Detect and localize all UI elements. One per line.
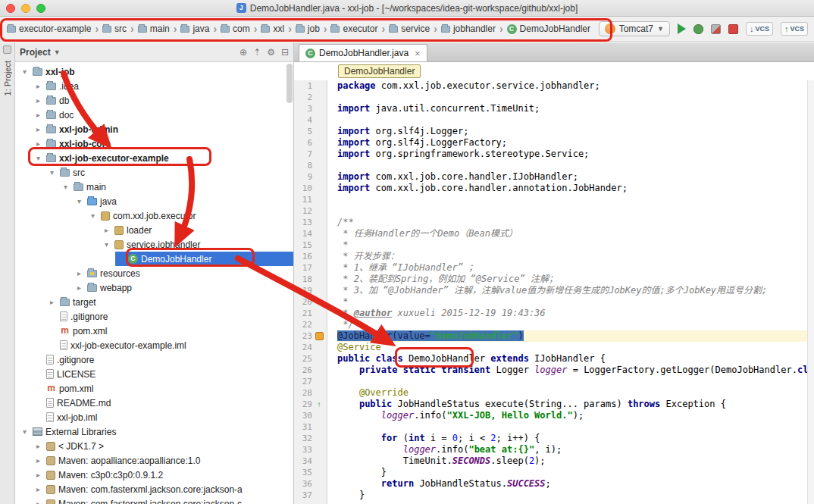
collapse-arrow-icon[interactable]: ▾: [88, 211, 98, 220]
expand-arrow-icon[interactable]: ▸: [47, 298, 57, 306]
collapse-all-icon[interactable]: ⇡: [253, 47, 261, 58]
tree-item-pom.xml[interactable]: mpom.xml: [15, 324, 293, 338]
tree-item-xxl-job-admin[interactable]: ▸xxl-job-admin: [15, 122, 293, 136]
expand-arrow-icon[interactable]: ▸: [33, 456, 43, 465]
expand-arrow-icon[interactable]: ▸: [33, 111, 43, 119]
code-line-11[interactable]: [337, 194, 814, 205]
vcs-commit-button[interactable]: ↑ VCS: [781, 22, 808, 36]
breadcrumb-item-main[interactable]: main: [136, 22, 172, 36]
breadcrumb-item-service[interactable]: service: [387, 22, 432, 36]
tool-window-icon[interactable]: [3, 45, 11, 54]
locate-file-icon[interactable]: ⊕: [240, 47, 247, 58]
collapse-arrow-icon[interactable]: ▾: [47, 168, 57, 177]
editor-tab-demojobhandler[interactable]: C DemoJobHandler.java ×: [299, 44, 427, 61]
breadcrumb-item-job[interactable]: job: [293, 22, 322, 36]
tree-item-pom.xml[interactable]: mpom.xml: [15, 381, 293, 396]
breadcrumb-item-xxl[interactable]: xxl: [258, 22, 286, 36]
code-line-1[interactable]: package com.xxl.job.executor.service.job…: [337, 80, 814, 92]
tree-item-demojobhandler[interactable]: CDemoJobHandler: [15, 252, 293, 266]
code-line-35[interactable]: }: [337, 467, 814, 478]
tree-item-xxl-job-executor-example[interactable]: ▾xxl-job-executor-example: [15, 151, 293, 165]
tree-item-external-libraries[interactable]: ▾External Libraries: [15, 424, 293, 439]
code-line-18[interactable]: * 2、装配到Spring，例如加 “@Service” 注解；: [337, 274, 814, 285]
tree-item-maven-c3p0-c3p0-0.9.1.2[interactable]: ▸Maven: c3p0:c3p0:0.9.1.2: [15, 468, 293, 482]
code-line-21[interactable]: * @author xuxueli 2015-12-19 19:43:36: [337, 308, 814, 319]
tree-item-webapp[interactable]: ▸webapp: [15, 280, 293, 295]
code-line-9[interactable]: import com.xxl.job.core.handler.IJobHand…: [337, 171, 814, 183]
tree-item-service.jobhandler[interactable]: ▾service.jobhandler: [15, 237, 293, 252]
expand-arrow-icon[interactable]: ▸: [33, 485, 43, 493]
stop-button[interactable]: [728, 24, 738, 34]
code-line-30[interactable]: logger.info("XXL-JOB, Hello World.");: [337, 410, 814, 421]
tree-item-src[interactable]: ▾src: [15, 165, 293, 180]
code-line-2[interactable]: [337, 92, 814, 103]
tree-item-xxl-job.iml[interactable]: xxl-job.iml: [15, 410, 293, 424]
code-line-20[interactable]: *: [337, 296, 814, 308]
code-line-17[interactable]: * 1、继承 “IJobHandler” ；: [337, 262, 814, 274]
project-tool-window-button[interactable]: 1: Project: [3, 61, 12, 95]
code-line-36[interactable]: return JobHandleStatus.SUCCESS;: [337, 478, 814, 490]
expand-arrow-icon[interactable]: ▸: [102, 226, 111, 234]
tree-item-.idea[interactable]: ▸.idea: [15, 79, 293, 93]
tree-item-db[interactable]: ▸db: [15, 93, 293, 108]
expand-arrow-icon[interactable]: ▸: [33, 82, 43, 90]
code-line-25[interactable]: public class DemoJobHandler extends IJob…: [337, 353, 814, 365]
file-breadcrumb-chip[interactable]: DemoJobHandler: [338, 64, 421, 78]
collapse-arrow-icon[interactable]: ▾: [102, 240, 111, 249]
expand-arrow-icon[interactable]: ▸: [74, 283, 84, 292]
breadcrumb-item-java[interactable]: java: [178, 22, 211, 36]
breadcrumb-item-executor[interactable]: executor: [328, 22, 380, 36]
code-line-13[interactable]: /**: [337, 217, 814, 228]
code-line-22[interactable]: */: [337, 319, 814, 330]
code-line-15[interactable]: *: [337, 239, 814, 251]
code-line-3[interactable]: import java.util.concurrent.TimeUnit;: [337, 103, 814, 114]
code-line-19[interactable]: * 3、加 “@JobHander” 注解，注解value值为新增任务生成的Jo…: [337, 285, 814, 296]
code-line-16[interactable]: * 开发步骤：: [337, 251, 814, 262]
collapse-arrow-icon[interactable]: ▾: [20, 427, 30, 436]
breadcrumb-item-executor-example[interactable]: executor-example: [5, 22, 93, 36]
close-window-button[interactable]: [6, 4, 15, 13]
run-configuration-selector[interactable]: Tomcat7 ▼: [599, 21, 670, 36]
code-line-26[interactable]: private static transient Logger logger =…: [337, 365, 814, 376]
run-button[interactable]: [678, 23, 686, 34]
tree-item-xxl-job-executor-example.iml[interactable]: xxl-job-executor-example.iml: [15, 338, 293, 352]
expand-arrow-icon[interactable]: ▸: [33, 125, 43, 133]
code-line-23[interactable]: @JobHander(value="demoJobHandler"): [337, 330, 814, 342]
hide-panel-icon[interactable]: ⊟: [281, 47, 289, 58]
collapse-arrow-icon[interactable]: ▾: [33, 154, 43, 162]
breadcrumb-item-demojobhandler[interactable]: CDemoJobHandler: [505, 22, 593, 36]
expand-arrow-icon[interactable]: ▸: [33, 471, 43, 479]
coverage-button[interactable]: [711, 24, 721, 34]
code-line-31[interactable]: [337, 421, 814, 433]
tree-item-maven-com.fasterxml.jackson.core-jackson-c[interactable]: ▸Maven: com.fasterxml.jackson.core:jacks…: [15, 496, 293, 504]
code-line-32[interactable]: for (int i = 0; i < 2; i++) {: [337, 433, 814, 444]
code-line-29[interactable]: public JobHandleStatus execute(String...…: [337, 399, 814, 410]
editor-scrollbar[interactable]: [807, 80, 814, 504]
tree-item-maven-com.fasterxml.jackson.core-jackson-a[interactable]: ▸Maven: com.fasterxml.jackson.core:jacks…: [15, 482, 293, 496]
minimize-window-button[interactable]: [21, 4, 30, 13]
vcs-update-button[interactable]: ↓ VCS: [746, 22, 773, 36]
code-line-7[interactable]: import org.springframework.stereotype.Se…: [337, 149, 814, 160]
breadcrumb-item-jobhandler[interactable]: jobhandler: [439, 22, 498, 36]
project-view-selector[interactable]: Project ▼: [20, 47, 61, 58]
code-area[interactable]: package com.xxl.job.executor.service.job…: [327, 80, 814, 504]
tree-item-resources[interactable]: ▸resources: [15, 266, 293, 280]
maximize-window-button[interactable]: [36, 4, 45, 13]
breadcrumb-item-src[interactable]: src: [100, 22, 129, 36]
code-line-34[interactable]: TimeUnit.SECONDS.sleep(2);: [337, 455, 814, 467]
code-line-24[interactable]: @Service: [337, 342, 814, 353]
expand-arrow-icon[interactable]: ▸: [33, 442, 43, 450]
tree-item-java[interactable]: ▾java: [15, 194, 293, 208]
tree-item-.gitignore[interactable]: .gitignore: [15, 309, 293, 324]
code-line-33[interactable]: logger.info("beat at:{}", i);: [337, 444, 814, 455]
bookmark-icon[interactable]: [314, 330, 324, 342]
expand-arrow-icon[interactable]: ▸: [33, 499, 43, 504]
code-line-12[interactable]: [337, 205, 814, 217]
tree-item-main[interactable]: ▾main: [15, 180, 293, 194]
tree-item-readme.md[interactable]: README.md: [15, 396, 293, 410]
collapse-arrow-icon[interactable]: ▾: [20, 67, 30, 76]
tree-item-com.xxl.job.executor[interactable]: ▾com.xxl.job.executor: [15, 208, 293, 223]
tree-item-loader[interactable]: ▸loader: [15, 223, 293, 237]
settings-gear-icon[interactable]: ⚙: [267, 47, 275, 58]
tree-item-doc[interactable]: ▸doc: [15, 108, 293, 122]
